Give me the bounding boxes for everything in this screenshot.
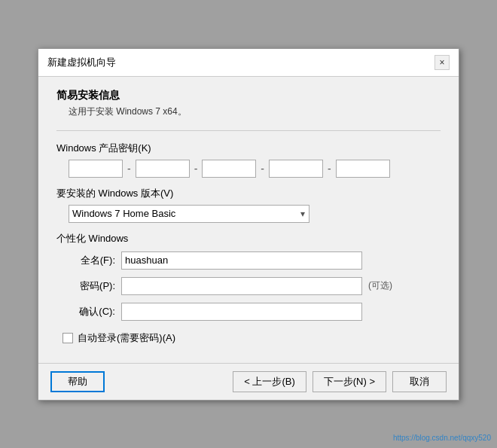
password-label: 密码(P):: [63, 279, 115, 293]
auto-login-checkbox[interactable]: [63, 333, 73, 343]
section-subtitle: 这用于安装 Windows 7 x64。: [69, 105, 441, 118]
personalize-title: 个性化 Windows: [56, 232, 441, 245]
back-button[interactable]: < 上一步(B): [233, 371, 306, 392]
footer-left: 帮助: [50, 371, 105, 392]
password-input[interactable]: [121, 277, 362, 295]
dialog-window: 新建虚拟机向导 × 简易安装信息 这用于安装 Windows 7 x64。 Wi…: [38, 48, 459, 401]
dialog-body: 简易安装信息 这用于安装 Windows 7 x64。 Windows 产品密钥…: [38, 77, 459, 354]
product-key-segment-3[interactable]: [202, 160, 256, 178]
version-row: Windows 7 Home BasicWindows 7 Home Premi…: [69, 205, 441, 223]
fullname-label: 全名(F):: [63, 254, 115, 267]
dialog-footer: 帮助 < 上一步(B) 下一步(N) > 取消: [38, 363, 459, 400]
cancel-button[interactable]: 取消: [392, 371, 447, 392]
product-key-segment-5[interactable]: [336, 160, 390, 178]
auto-login-row: 自动登录(需要密码)(A): [63, 331, 441, 345]
key-sep-4: -: [328, 163, 331, 175]
section-title: 简易安装信息: [56, 89, 441, 102]
personalize-section: 个性化 Windows 全名(F): 密码(P): (可选) 确认(C):: [56, 232, 441, 321]
product-key-segment-4[interactable]: [269, 160, 323, 178]
next-button[interactable]: 下一步(N) >: [313, 371, 386, 392]
auto-login-label: 自动登录(需要密码)(A): [78, 331, 175, 345]
optional-label: (可选): [368, 279, 392, 292]
version-group: 要安装的 Windows 版本(V) Windows 7 Home BasicW…: [56, 187, 441, 223]
product-key-group: Windows 产品密钥(K) - - - -: [56, 142, 441, 178]
close-button[interactable]: ×: [434, 55, 450, 70]
product-key-segment-2[interactable]: [136, 160, 190, 178]
fullname-row: 全名(F):: [63, 251, 441, 270]
dialog-title: 新建虚拟机向导: [47, 56, 116, 69]
key-sep-2: -: [194, 163, 198, 175]
product-key-label: Windows 产品密钥(K): [56, 142, 441, 155]
confirm-input[interactable]: [121, 303, 362, 321]
key-sep-3: -: [261, 163, 264, 175]
fullname-input[interactable]: [121, 251, 362, 270]
footer-right: < 上一步(B) 下一步(N) > 取消: [233, 371, 447, 392]
confirm-label: 确认(C):: [63, 305, 115, 318]
key-sep-1: -: [127, 163, 131, 175]
version-label: 要安装的 Windows 版本(V): [56, 187, 441, 200]
version-select-wrapper: Windows 7 Home BasicWindows 7 Home Premi…: [69, 205, 309, 223]
divider-1: [56, 130, 441, 131]
version-select[interactable]: Windows 7 Home BasicWindows 7 Home Premi…: [69, 205, 309, 223]
help-button[interactable]: 帮助: [50, 371, 105, 392]
confirm-row: 确认(C):: [63, 303, 441, 321]
watermark: https://blog.csdn.net/qqxy520: [393, 434, 491, 442]
password-row: 密码(P): (可选): [63, 277, 441, 295]
product-key-segment-1[interactable]: [69, 160, 123, 178]
product-key-row: - - - -: [69, 160, 441, 178]
title-bar: 新建虚拟机向导 ×: [38, 49, 459, 77]
